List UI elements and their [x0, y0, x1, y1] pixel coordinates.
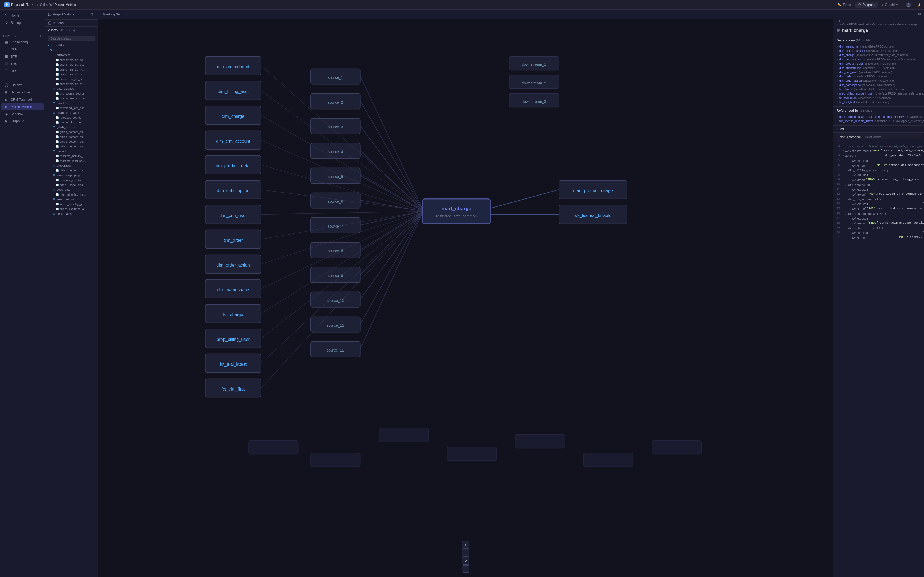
tree-item-gitlab-dotcom[interactable]: ⊞gitlab_dotcom [45, 125, 98, 130]
tree-item-pte-scores-source[interactable]: 📄pte_scores_source [45, 96, 98, 101]
svg-line-81 [261, 213, 422, 363]
dep-name[interactable]: dim_product_detail [839, 62, 864, 65]
tree-item-customers-db-lic---[interactable]: 📄customers_db_lic... [45, 67, 98, 72]
sidebar-item-sandbox[interactable]: ◈ Sandbox [1, 111, 44, 118]
sidebar-item-crm-touchpoint[interactable]: ⊟ CRM Touchpoint [1, 96, 44, 103]
tree-item-releases-source[interactable]: 📄releases_source [45, 115, 98, 120]
tree-item-customers-db-lic---[interactable]: 📄customers_db_lic... [45, 72, 98, 77]
dep-name[interactable]: dim_amendment [839, 45, 861, 48]
zoom-out-button[interactable]: − [462, 549, 470, 557]
tree-item-gitlab-dotcom-su---[interactable]: 📄gitlab_dotcom_su... [45, 144, 98, 149]
sidebar-item-olm[interactable]: ☰ OLM [1, 46, 44, 53]
file-tab[interactable]: mart_charge.sql (Project Metrics) [837, 134, 921, 139]
workspace-selector[interactable]: D Datascale T... ▾ [2, 1, 36, 8]
tree-item-preparation[interactable]: ⊞preparation [45, 163, 98, 168]
dep-path: (snowflake.PROD.common) [856, 101, 889, 104]
tree-item-marketo-lead-sou---[interactable]: 📄marketo_lead_sou... [45, 158, 98, 163]
tree-item-prep[interactable]: ⊞PREP [45, 48, 98, 53]
sidebar-item-project-metrics[interactable]: ⊞ Project Metrics [1, 103, 44, 110]
dep-path: (snowflake.PROD.restricted_safe_common) [864, 58, 916, 61]
dep-name[interactable]: dim_crm_user [839, 71, 858, 74]
tab-graphlm[interactable]: ⟡ GraphLM [878, 2, 901, 8]
svg-text:source_6: source_6 [328, 199, 343, 203]
tree-item-usage-ping-metri---[interactable]: 📄usage_ping_metri... [45, 120, 98, 125]
bullet-icon: • [837, 83, 838, 87]
references-list: •mart_product_usage_paid_user_metrics_mo… [837, 114, 921, 123]
tree-item-customers-db-bill---[interactable]: 📄customers_db_bill... [45, 57, 98, 62]
tab-editor[interactable]: ✏️ Editor [834, 2, 854, 8]
dep-path: (snowflake.PROD.common) [858, 97, 892, 99]
ref-name[interactable]: wk_license_billable_users [839, 119, 873, 122]
sidebar-item-home[interactable]: Home [1, 12, 44, 19]
files-header: Files [834, 126, 924, 133]
tree-item-marketo-activity----[interactable]: 📄marketo_activity_... [45, 153, 98, 158]
sidebar-item-graphlm[interactable]: ⊠ GraphLM [1, 118, 44, 125]
tree-item-gitlab-dotcom-su---[interactable]: 📄gitlab_dotcom_su... [45, 130, 98, 134]
file-icon: 📄 [56, 203, 59, 206]
svg-rect-107 [515, 434, 565, 448]
line-number: 20 [834, 231, 842, 234]
dep-name[interactable]: dim_order [839, 75, 853, 78]
theme-toggle-button[interactable]: 🌙 [914, 1, 922, 8]
sidebar-item-settings[interactable]: Settings [1, 19, 44, 26]
tree-item-saas-usage-ping----[interactable]: 📄saas_usage_ping_... [45, 182, 98, 187]
zoom-in-button[interactable]: + [462, 541, 470, 549]
dep-name[interactable]: dim_subscription [839, 66, 861, 69]
tree-item-gitlab-data-yaml[interactable]: ⊞gitlab_data_yaml [45, 110, 98, 115]
tree-item-gitlab-dotcom-su---[interactable]: 📄gitlab_dotcom_su... [45, 134, 98, 139]
sidebar-item-tru[interactable]: ☰ TRU [1, 60, 44, 67]
diagram-area[interactable]: dim_amendment dim_billing_acct dim_charg… [99, 19, 833, 577]
sidebar-item-behavior-event[interactable]: ⊞ Behavior Event [1, 89, 44, 96]
dep-name[interactable]: dim_order_action [839, 79, 862, 82]
tree-item-internal-gitlab-ins---[interactable]: 📄internal_gitlab_ins... [45, 192, 98, 197]
tree-item-driveload[interactable]: ⊞driveload [45, 101, 98, 105]
tree-item-driveload-lam-cor---[interactable]: 📄driveload_lam_cor... [45, 105, 98, 110]
search-input[interactable] [48, 35, 95, 41]
dep-name[interactable]: prep_billing_account_user [839, 92, 874, 95]
tree-item-customers-db-cu---[interactable]: 📄customers_db_cu... [45, 62, 98, 67]
dep-name[interactable]: fct_trial_first [839, 100, 855, 104]
add-space-button[interactable]: + [40, 34, 42, 37]
sidebar-item-engineering[interactable]: Engineering [1, 39, 44, 46]
tree-item-gitlab-dotcom-su---[interactable]: 📄gitlab_dotcom_su... [45, 139, 98, 144]
dep-name[interactable]: dim_billing_account [839, 49, 865, 52]
tree-item-saas-usage-ping[interactable]: ⊞saas_usage_ping [45, 173, 98, 177]
tree-item-instance-combine---[interactable]: 📄instance_combine... [45, 177, 98, 182]
tree-item-data-science[interactable]: ⊞data_science [45, 86, 98, 91]
working-set-tab[interactable]: Working Set [102, 12, 122, 17]
tree-item-zuora-excluded-a---[interactable]: 📄zuora_excluded_a... [45, 206, 98, 211]
tree-item-seed-sales[interactable]: ⊞seed_sales [45, 211, 98, 216]
panel-collapse-button[interactable]: ⊡ [918, 12, 921, 16]
ref-name[interactable]: mart_product_usage_paid_user_metrics_mon… [839, 115, 904, 118]
sidebar-item-gitlabs[interactable]: GitLab's [1, 82, 44, 89]
dep-path: (snowflake.PROD.common) [853, 75, 887, 78]
sidebar-item-str[interactable]: ☰ STR [1, 53, 44, 60]
tree-item-gitlab-dotcom-na---[interactable]: 📄gitlab_dotcom_na... [45, 168, 98, 173]
file-panel-layout-button[interactable]: ⊡ [90, 12, 95, 17]
user-avatar-button[interactable] [905, 1, 912, 8]
tree-item-seed-data[interactable]: ⊞seed_data [45, 187, 98, 192]
dep-name[interactable]: dim_charge [839, 53, 855, 56]
tree-item-customers-db-or---[interactable]: 📄customers_db_or... [45, 77, 98, 82]
tree-item-seed-finance[interactable]: ⊞seed_finance [45, 197, 98, 201]
fit-view-button[interactable]: ⤢ [462, 557, 470, 565]
tree-item-marketo[interactable]: ⊞marketo [45, 149, 98, 153]
tree-item-customers[interactable]: ⊞customers [45, 53, 98, 57]
tree-item-customers-db-tri---[interactable]: 📄customers_db_tri... [45, 82, 98, 86]
dep-name[interactable]: fct_charge [839, 88, 853, 91]
dep-item-prep_billing_account_user: •prep_billing_account_user (snowflake.PR… [837, 91, 921, 96]
tree-item-ptc-scores-source[interactable]: 📄ptc_scores_source [45, 91, 98, 96]
svg-rect-6 [5, 41, 8, 42]
breadcrumb-parent[interactable]: GitLab's [40, 3, 52, 7]
dep-name[interactable]: dim_namespace [839, 83, 861, 87]
lock-view-button[interactable]: ⊡ [462, 565, 470, 573]
tab-diagram[interactable]: ⬡ Diagram [855, 2, 878, 8]
sidebar-item-ufs[interactable]: ☰ UFS [1, 68, 44, 74]
tree-item-zuora-country-ge---[interactable]: 📄zuora_country_ge... [45, 201, 98, 206]
tree-item-snowflake[interactable]: ❄snowflake [45, 43, 98, 48]
dep-name[interactable]: fct_trial_latest [839, 96, 858, 99]
working-set-add-button[interactable]: + [124, 12, 129, 17]
svg-line-82 [261, 213, 422, 388]
imports-item[interactable]: Imports [45, 19, 98, 26]
dep-name[interactable]: dim_crm_account [839, 58, 863, 61]
